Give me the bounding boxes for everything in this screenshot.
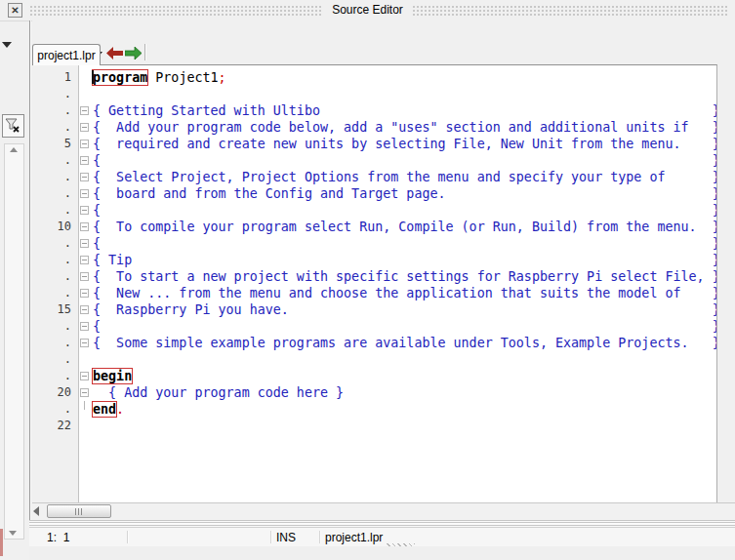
code-text[interactable]: { required and create new units by selec… <box>92 136 717 152</box>
code-line[interactable]: .{ Tip } <box>32 252 716 268</box>
code-text[interactable]: { } <box>92 235 717 252</box>
jump-back-button[interactable] <box>106 47 123 60</box>
fold-gutter-cell[interactable] <box>78 368 92 384</box>
fold-gutter-cell[interactable] <box>78 152 92 169</box>
code-text[interactable]: end. <box>92 401 716 418</box>
gutter-line-number: . <box>32 351 78 368</box>
title-bar[interactable]: ✕ Source Editor <box>0 0 735 21</box>
code-line[interactable]: . <box>32 351 716 368</box>
gutter-line-number: . <box>32 368 78 384</box>
code-line[interactable]: .end. <box>32 401 716 418</box>
code-text[interactable] <box>92 86 716 102</box>
code-line[interactable]: .{ Getting Started with Ultibo } <box>32 102 716 119</box>
code-text[interactable]: { } <box>92 202 717 219</box>
code-editor[interactable]: 1program Project1;..{ Getting Started wi… <box>32 64 717 502</box>
fold-marker-icon[interactable] <box>80 289 89 298</box>
code-token: { board and from the Config and Target p… <box>93 186 717 201</box>
tab-project1-lpr[interactable]: project1.lpr <box>32 44 101 65</box>
fold-gutter-cell[interactable] <box>78 136 92 152</box>
code-line[interactable]: 10{ To compile your program select Run, … <box>32 219 716 235</box>
code-line[interactable]: .{ } <box>32 152 716 169</box>
fold-marker-icon[interactable] <box>80 173 89 181</box>
code-line[interactable]: .{ New ... from the menu and choose the … <box>32 285 716 301</box>
code-text[interactable]: { Select Project, Project Options from t… <box>92 169 717 185</box>
code-line[interactable]: .{ Select Project, Project Options from … <box>32 169 716 185</box>
gutter-line-number: . <box>32 152 78 169</box>
code-line[interactable]: 15{ Raspberry Pi you have. } <box>32 301 716 318</box>
fold-gutter-cell[interactable] <box>78 219 92 235</box>
code-text[interactable]: { Some simple example programs are avail… <box>92 335 717 351</box>
fold-marker-icon[interactable] <box>80 106 89 115</box>
fold-marker-icon[interactable] <box>80 272 89 281</box>
fold-gutter-cell[interactable] <box>78 119 92 136</box>
fold-marker-icon[interactable] <box>80 140 89 148</box>
code-text[interactable]: begin <box>92 368 716 384</box>
fold-marker-icon[interactable] <box>80 256 89 264</box>
fold-gutter-cell[interactable] <box>78 384 92 401</box>
fold-gutter-cell[interactable] <box>78 335 92 351</box>
code-line[interactable]: .{ } <box>32 202 716 219</box>
fold-marker-icon[interactable] <box>80 372 89 380</box>
code-line[interactable]: 1program Project1; <box>32 69 716 86</box>
gutter-line-number: . <box>32 202 78 219</box>
code-text[interactable]: { Add your program code below, add a "us… <box>92 119 717 136</box>
fold-marker-icon[interactable] <box>80 156 89 165</box>
fold-gutter-cell[interactable] <box>78 202 92 219</box>
fold-gutter-cell[interactable] <box>78 285 92 301</box>
code-text[interactable]: { New ... from the menu and choose the a… <box>92 285 717 301</box>
fold-gutter-cell[interactable] <box>78 185 92 202</box>
fold-marker-icon[interactable] <box>80 222 89 231</box>
code-text[interactable]: { } <box>92 318 717 335</box>
horizontal-scrollbar[interactable] <box>32 502 735 520</box>
code-text[interactable]: program Project1; <box>92 69 716 86</box>
left-panel-vertical-scrollbar[interactable] <box>4 143 24 540</box>
code-text[interactable]: { Raspberry Pi you have. } <box>92 301 717 318</box>
fold-gutter-cell[interactable] <box>78 301 92 318</box>
code-line[interactable]: .{ board and from the Config and Target … <box>32 185 716 202</box>
scroll-left-icon[interactable] <box>33 506 39 516</box>
code-line[interactable]: .{ To start a new project with specific … <box>32 268 716 285</box>
code-text[interactable]: { } <box>92 152 717 169</box>
code-line[interactable]: .{ Add your program code below, add a "u… <box>32 119 716 136</box>
fold-marker-icon[interactable] <box>80 322 89 331</box>
fold-gutter-cell[interactable] <box>78 235 92 252</box>
code-line[interactable]: 20 { Add your program code here } <box>32 384 716 401</box>
scroll-up-icon[interactable] <box>10 147 18 152</box>
fold-marker-icon[interactable] <box>80 123 89 132</box>
clear-filter-button[interactable] <box>2 114 24 138</box>
code-line[interactable]: 22 <box>32 418 716 434</box>
fold-gutter-cell[interactable] <box>78 268 92 285</box>
chevron-down-icon[interactable] <box>2 42 12 48</box>
fold-gutter-cell[interactable] <box>78 102 92 119</box>
fold-marker-icon[interactable] <box>80 239 89 248</box>
code-text[interactable] <box>92 418 716 434</box>
code-text[interactable]: { To start a new project with specific s… <box>92 268 717 285</box>
scroll-down-icon[interactable] <box>9 531 17 536</box>
code-token: { } <box>93 319 717 334</box>
code-line[interactable]: . <box>32 86 716 102</box>
code-text[interactable]: { Getting Started with Ultibo } <box>92 102 717 119</box>
fold-marker-icon[interactable] <box>80 339 89 347</box>
code-line[interactable]: .{ } <box>32 235 716 252</box>
fold-marker-icon[interactable] <box>80 189 89 198</box>
fold-gutter-cell[interactable] <box>78 318 92 335</box>
code-token: { required and create new units by selec… <box>93 137 717 151</box>
fold-gutter-cell[interactable] <box>78 169 92 185</box>
thumb-grip-icon <box>75 508 83 515</box>
code-line[interactable]: .begin <box>32 368 716 384</box>
code-line[interactable]: 5{ required and create new units by sele… <box>32 136 716 152</box>
scrollbar-thumb[interactable] <box>47 504 111 518</box>
code-text[interactable]: { Add your program code here } <box>92 384 716 401</box>
code-line[interactable]: .{ Some simple example programs are avai… <box>32 335 716 351</box>
jump-forward-button[interactable] <box>125 47 142 60</box>
fold-marker-icon[interactable] <box>80 206 89 215</box>
fold-marker-icon[interactable] <box>80 305 89 314</box>
code-text[interactable]: { To compile your program select Run, Co… <box>92 219 717 235</box>
gutter-line-number: . <box>32 252 78 268</box>
code-line[interactable]: .{ } <box>32 318 716 335</box>
fold-marker-icon[interactable] <box>80 388 89 397</box>
code-text[interactable]: { Tip } <box>92 252 717 268</box>
fold-gutter-cell[interactable] <box>78 252 92 268</box>
code-text[interactable] <box>92 351 716 368</box>
code-text[interactable]: { board and from the Config and Target p… <box>92 185 717 202</box>
